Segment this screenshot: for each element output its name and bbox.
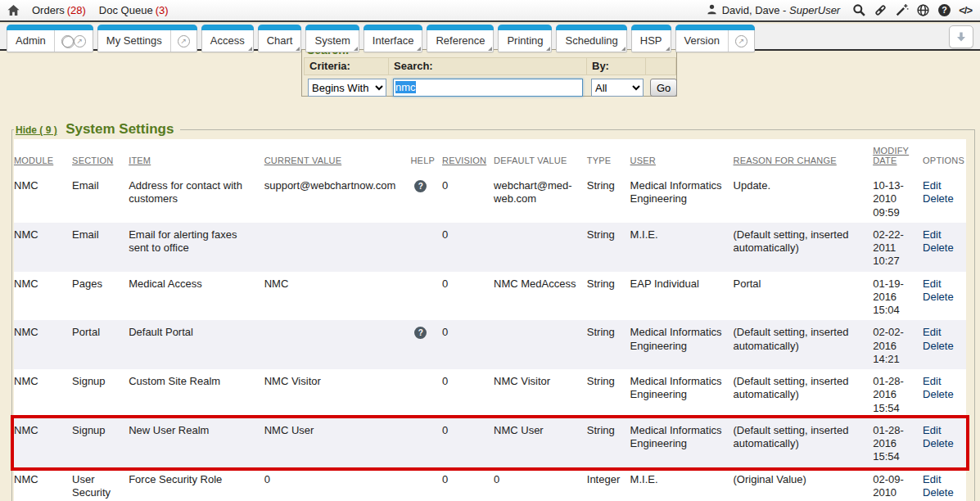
edit-link[interactable]: Edit (923, 326, 960, 339)
cell-type: String (587, 223, 630, 272)
wand-icon[interactable] (895, 3, 909, 17)
doc-queue-link[interactable]: Doc Queue(3) (99, 4, 169, 16)
edit-link[interactable]: Edit (923, 473, 960, 486)
cell-item: Medical Access (129, 272, 264, 321)
tab-popout[interactable]: ↗ (54, 30, 93, 52)
tab-admin[interactable]: Admin ↗ (7, 25, 93, 52)
cell-reason: (Default setting, inserted automatically… (734, 418, 874, 467)
link-icon[interactable] (874, 3, 887, 17)
tab-accent (556, 25, 626, 30)
col-item[interactable]: ITEM (129, 139, 264, 174)
code-icon[interactable]: </> (959, 4, 972, 16)
system-settings-section: Hide ( 9 ) System Settings MODULE SECTIO… (0, 51, 980, 501)
hide-toggle-link[interactable]: Hide ( 9 ) (16, 124, 57, 136)
cell-section: Signup (72, 418, 129, 467)
external-link-icon: ↗ (735, 35, 747, 47)
cell-modify-date: 02-09-2010 21:01 (873, 467, 923, 501)
menu-indicator-icon (354, 47, 358, 51)
external-link-icon: ↗ (74, 35, 86, 47)
cell-user: Medical Informatics Engineering (630, 369, 734, 418)
edit-link[interactable]: Edit (923, 278, 960, 291)
delete-link[interactable]: Delete (923, 437, 960, 450)
edit-link[interactable]: Edit (923, 179, 960, 192)
delete-link[interactable]: Delete (923, 486, 960, 499)
go-button[interactable]: Go (650, 79, 677, 97)
delete-link[interactable]: Delete (923, 192, 960, 205)
tab-access[interactable]: Access (201, 25, 254, 52)
table-row-highlighted: NMC Signup New User Realm NMC User 0 NMC… (14, 418, 966, 467)
by-select[interactable]: All (591, 79, 644, 97)
cell-section: User Security (72, 467, 129, 501)
topbar-right: David, Dave - SuperUser ? </> (706, 3, 980, 18)
tab-accent (201, 25, 254, 30)
delete-link[interactable]: Delete (923, 388, 960, 401)
collapse-header-button[interactable] (949, 25, 973, 48)
orders-link[interactable]: Orders(28) (32, 4, 86, 16)
menu-indicator-icon (666, 47, 670, 51)
cell-modify-date: 02-22-2011 10:27 (873, 223, 923, 272)
table-row: NMC Email Email for alerting faxes sent … (14, 223, 966, 272)
search-panel: Search: Criteria: Search: By: Begins Wit… (301, 49, 677, 97)
tab-version[interactable]: Version ↗ (675, 25, 755, 52)
tab-popout[interactable]: ↗ (728, 30, 754, 52)
cell-default-value: NMC Visitor (494, 369, 587, 418)
tab-reference[interactable]: Reference (427, 25, 494, 52)
tab-accent (364, 25, 423, 30)
cell-type: String (587, 320, 630, 369)
menu-indicator-icon (248, 47, 252, 51)
search-input[interactable]: nmc (393, 79, 583, 97)
cell-section: Email (72, 223, 129, 272)
menu-indicator-icon (296, 47, 300, 51)
cell-item: New User Realm (129, 418, 264, 467)
tab-interface[interactable]: Interface (364, 25, 423, 52)
tab-system[interactable]: System (305, 25, 359, 52)
col-module[interactable]: MODULE (14, 139, 72, 174)
cell-current-value (264, 223, 411, 272)
cell-user: Medical Informatics Engineering (630, 174, 734, 223)
col-options: OPTIONS (923, 139, 966, 174)
help-icon[interactable]: ? (414, 180, 427, 192)
help-icon[interactable]: ? (414, 327, 427, 339)
edit-link[interactable]: Edit (923, 375, 960, 388)
tab-label: Chart (259, 30, 301, 52)
edit-link[interactable]: Edit (923, 228, 960, 241)
tab-my-settings[interactable]: My Settings ↗ (97, 25, 197, 52)
home-icon[interactable] (7, 4, 20, 17)
col-revision[interactable]: REVISION (442, 139, 494, 174)
cell-revision: 0 (442, 272, 494, 321)
tab-label: Printing (499, 30, 551, 52)
tab-scheduling[interactable]: Scheduling (556, 25, 626, 52)
tab-hsp[interactable]: HSP (631, 25, 671, 52)
search-icon[interactable] (852, 3, 866, 17)
tab-label: Version (676, 30, 728, 52)
tab-accent (427, 25, 494, 30)
delete-link[interactable]: Delete (923, 340, 960, 353)
tab-printing[interactable]: Printing (498, 25, 552, 52)
cell-default-value: NMC MedAccess (494, 272, 587, 321)
cell-revision: 0 (442, 467, 494, 501)
cell-current-value (264, 320, 411, 369)
menu-indicator-icon (621, 47, 625, 51)
tab-label: System (306, 30, 358, 52)
col-modify-date[interactable]: MODIFY DATE (873, 139, 923, 174)
cell-revision: 0 (442, 320, 494, 369)
help-icon[interactable]: ? (937, 3, 951, 17)
menu-indicator-icon (488, 47, 492, 51)
col-section[interactable]: SECTION (72, 139, 129, 174)
tab-popout[interactable]: ↗ (170, 30, 196, 52)
col-user[interactable]: USER (630, 139, 734, 174)
cell-current-value: support@webchartnow.com (264, 174, 411, 223)
tab-chart[interactable]: Chart (258, 25, 302, 52)
by-label: By: (587, 57, 646, 75)
globe-icon[interactable] (916, 3, 930, 17)
col-reason[interactable]: REASON FOR CHANGE (734, 139, 874, 174)
cell-module: NMC (14, 467, 72, 501)
cell-type: String (587, 369, 630, 418)
settings-table: MODULE SECTION ITEM CURRENT VALUE HELP R… (14, 139, 966, 501)
delete-link[interactable]: Delete (923, 241, 960, 255)
criteria-select[interactable]: Begins With (308, 79, 386, 97)
tab-label: Access (202, 30, 253, 52)
col-current-value[interactable]: CURRENT VALUE (264, 139, 411, 174)
edit-link[interactable]: Edit (923, 424, 960, 437)
delete-link[interactable]: Delete (923, 291, 960, 304)
